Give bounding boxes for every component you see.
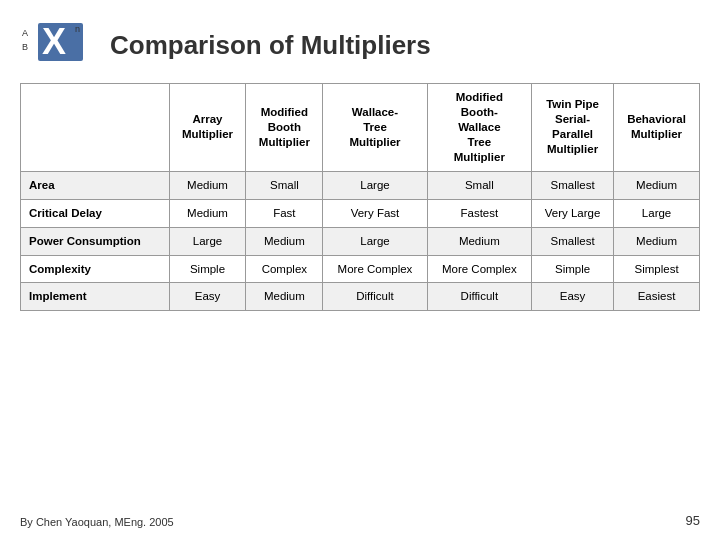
header: X A B n Comparison of Multipliers (0, 0, 720, 83)
row-cell: Simple (169, 255, 246, 283)
table-row: Critical DelayMediumFastVery FastFastest… (21, 199, 700, 227)
row-cell: Small (427, 171, 531, 199)
row-cell: Large (169, 227, 246, 255)
row-cell: Smallest (532, 227, 614, 255)
row-cell: Medium (614, 171, 700, 199)
table-row: Power ConsumptionLargeMediumLargeMediumS… (21, 227, 700, 255)
row-cell: Large (614, 199, 700, 227)
col-header-array: ArrayMultiplier (169, 84, 246, 172)
row-label: Area (21, 171, 170, 199)
row-cell: Medium (169, 199, 246, 227)
row-cell: More Complex (427, 255, 531, 283)
row-cell: Very Large (532, 199, 614, 227)
row-cell: Difficult (323, 283, 427, 311)
row-cell: Medium (427, 227, 531, 255)
svg-text:A: A (22, 28, 28, 38)
col-header-wallace: Wallace-TreeMultiplier (323, 84, 427, 172)
row-cell: Fastest (427, 199, 531, 227)
row-label: Complexity (21, 255, 170, 283)
row-cell: Large (323, 227, 427, 255)
row-cell: Easy (169, 283, 246, 311)
page-number: 95 (686, 513, 700, 528)
page-title: Comparison of Multipliers (110, 30, 431, 61)
row-cell: Simplest (614, 255, 700, 283)
table-header-row: ArrayMultiplier ModifiedBoothMultiplier … (21, 84, 700, 172)
col-header-modified-booth: ModifiedBoothMultiplier (246, 84, 323, 172)
svg-text:B: B (22, 42, 28, 52)
row-cell: Easy (532, 283, 614, 311)
row-cell: More Complex (323, 255, 427, 283)
row-cell: Simple (532, 255, 614, 283)
row-cell: Smallest (532, 171, 614, 199)
logo: X A B n (20, 18, 90, 73)
row-label: Power Consumption (21, 227, 170, 255)
row-cell: Medium (246, 227, 323, 255)
row-cell: Easiest (614, 283, 700, 311)
footer-credit: By Chen Yaoquan, MEng. 2005 (20, 516, 174, 528)
row-cell: Very Fast (323, 199, 427, 227)
col-header-twin-pipe: Twin PipeSerial-ParallelMultiplier (532, 84, 614, 172)
table-row: AreaMediumSmallLargeSmallSmallestMedium (21, 171, 700, 199)
row-cell: Difficult (427, 283, 531, 311)
row-cell: Small (246, 171, 323, 199)
row-cell: Fast (246, 199, 323, 227)
col-header-modified-booth-wallace: ModifiedBooth-WallaceTreeMultiplier (427, 84, 531, 172)
row-cell: Complex (246, 255, 323, 283)
table-row: ImplementEasyMediumDifficultDifficultEas… (21, 283, 700, 311)
comparison-table: ArrayMultiplier ModifiedBoothMultiplier … (20, 83, 700, 311)
row-label: Critical Delay (21, 199, 170, 227)
col-header-label (21, 84, 170, 172)
svg-text:n: n (75, 24, 80, 34)
row-cell: Medium (614, 227, 700, 255)
row-cell: Medium (169, 171, 246, 199)
col-header-behavioral: BehavioralMultiplier (614, 84, 700, 172)
svg-text:X: X (42, 21, 66, 62)
row-label: Implement (21, 283, 170, 311)
row-cell: Large (323, 171, 427, 199)
table-row: ComplexitySimpleComplexMore ComplexMore … (21, 255, 700, 283)
row-cell: Medium (246, 283, 323, 311)
main-content: ArrayMultiplier ModifiedBoothMultiplier … (0, 83, 720, 311)
